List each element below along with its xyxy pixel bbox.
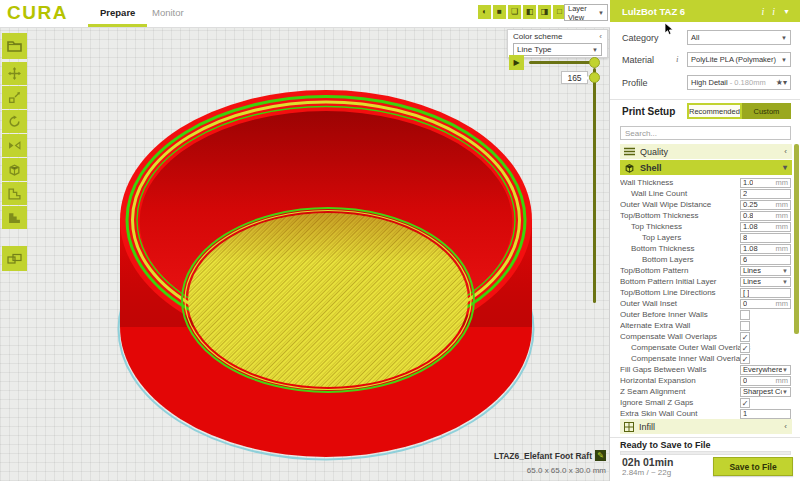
setting-checkbox[interactable]: ✓	[740, 343, 750, 353]
setting-label: Top/Bottom Line Directions	[620, 288, 716, 297]
tab-prepare[interactable]: Prepare	[100, 7, 135, 18]
setting-checkbox[interactable]: ✓	[740, 398, 750, 408]
path-slider[interactable]	[529, 61, 595, 64]
setting-input[interactable]: 0mm	[740, 299, 791, 309]
machine-info-icon[interactable]: i	[762, 6, 765, 17]
layer-slider[interactable]	[593, 68, 596, 303]
setting-label: Outer Wall Wipe Distance	[620, 200, 711, 209]
setting-input[interactable]: 1.08mm	[740, 222, 791, 232]
setting-input[interactable]: 1	[740, 409, 791, 419]
profile-label: Profile	[622, 78, 648, 88]
setting-label: Top Thickness	[620, 222, 682, 231]
quality-icon	[624, 147, 635, 156]
support-step-button[interactable]	[2, 182, 27, 205]
material-info-icon[interactable]: i	[676, 54, 679, 64]
setting-input[interactable]: 6	[740, 255, 791, 265]
setting-row: Top/Bottom Line Directions[ ]	[620, 287, 792, 298]
setting-row: Top/Bottom PatternLines▼	[620, 265, 792, 276]
view-mode-dropdown[interactable]: Layer View ▼	[564, 4, 608, 21]
setting-input[interactable]: 1.0mm	[740, 178, 791, 188]
recommended-button[interactable]: Recommended	[687, 103, 742, 119]
setting-input[interactable]: 8	[740, 233, 791, 243]
category-infill[interactable]: Infill ‹	[620, 419, 792, 434]
setting-unit: mm	[776, 211, 791, 220]
rotate-tool-button[interactable]	[2, 110, 27, 133]
top-bar: CURA Prepare Monitor ◐■❏◧◨□ Layer View ▼	[0, 0, 610, 28]
shell-icon	[624, 163, 635, 173]
selection-tool-button[interactable]	[2, 246, 27, 271]
setting-row: Outer Wall Wipe Distance0.25mm	[620, 199, 792, 210]
setting-label: Compensate Outer Wall Overlaps	[620, 343, 750, 352]
quality-label: Quality	[640, 147, 668, 157]
setting-unit: mm	[776, 244, 791, 253]
setting-label: Alternate Extra Wall	[620, 321, 690, 330]
move-icon	[8, 67, 21, 80]
progress-bar	[620, 451, 791, 455]
shell-label: Shell	[640, 163, 662, 173]
move-tool-button[interactable]	[2, 62, 27, 85]
view-3d-icon[interactable]: ◐	[478, 5, 491, 19]
chevron-down-icon: ▼	[783, 8, 790, 15]
category-shell[interactable]: Shell ▾	[620, 160, 792, 175]
color-scheme-dropdown[interactable]: Line Type ▼	[513, 43, 602, 56]
mirror-tool-button[interactable]	[2, 134, 27, 157]
status-ready: Ready to Save to File	[620, 440, 711, 450]
setting-label: Fill Gaps Between Walls	[620, 365, 706, 374]
setting-input[interactable]: 1.08mm	[740, 244, 791, 254]
setting-input[interactable]: [ ]	[740, 288, 791, 298]
setting-input-value: 0.25	[741, 200, 758, 209]
path-slider-handle[interactable]	[589, 57, 600, 68]
search-input[interactable]	[620, 126, 791, 140]
edit-icon[interactable]: ✎	[595, 450, 606, 461]
scrollbar[interactable]	[794, 144, 799, 334]
setting-checkbox[interactable]	[740, 321, 750, 331]
setting-dropdown[interactable]: Lines▼	[740, 266, 791, 276]
setting-input-value: 1.08	[741, 222, 758, 231]
setting-checkbox[interactable]	[740, 310, 750, 320]
category-quality[interactable]: Quality ‹	[620, 144, 792, 159]
tab-monitor[interactable]: Monitor	[152, 7, 184, 18]
expanded-arrow-icon: ▾	[783, 163, 787, 172]
open-file-button[interactable]	[2, 33, 27, 59]
play-button[interactable]: ▶	[509, 55, 524, 70]
setting-input-value: 8	[741, 233, 747, 242]
setting-input[interactable]: 0.8mm	[740, 211, 791, 221]
chevron-down-icon: ▼	[782, 268, 790, 274]
machine-header[interactable]: LulzBot TAZ 6 i i ▼	[610, 0, 800, 22]
setting-input[interactable]: 2	[740, 189, 791, 199]
setting-select-value: Lines	[741, 266, 761, 275]
cura-logo: CURA	[7, 2, 68, 24]
setting-input[interactable]: 0mm	[740, 376, 791, 386]
collapse-arrow-icon[interactable]: ‹	[599, 32, 602, 41]
setting-row: Z Seam AlignmentSharpest Corner▼	[620, 386, 792, 397]
setting-label: Horizontal Expansion	[620, 376, 696, 385]
view-solid-icon[interactable]: ■	[493, 5, 506, 19]
scale-tool-button[interactable]	[2, 86, 27, 109]
support-step-alt-button[interactable]	[2, 206, 27, 229]
per-model-settings-button[interactable]	[2, 158, 27, 181]
machine-info-icon-2[interactable]: i	[772, 6, 775, 17]
view-right-icon[interactable]: ◨	[538, 5, 551, 19]
save-to-file-button[interactable]: Save to File	[713, 457, 793, 476]
setting-checkbox[interactable]: ✓	[740, 332, 750, 342]
setting-input-value: 1	[741, 409, 747, 418]
setting-unit: mm	[776, 178, 791, 187]
setting-dropdown[interactable]: Lines▼	[740, 277, 791, 287]
print-setup-label: Print Setup	[622, 106, 675, 117]
model-3d-bowl[interactable]	[108, 80, 548, 465]
category-dropdown[interactable]: All ▼	[687, 30, 791, 45]
setting-dropdown[interactable]: Everywhere▼	[740, 365, 791, 375]
setting-label: Bottom Pattern Initial Layer	[620, 277, 717, 286]
setting-row: Top Layers8	[620, 232, 792, 243]
view-left-icon[interactable]: ◧	[523, 5, 536, 19]
category-value: All	[691, 33, 699, 42]
setting-input[interactable]: 0.25mm	[740, 200, 791, 210]
profile-dropdown[interactable]: High Detail - 0.180mm ★▾	[687, 75, 791, 90]
setting-dropdown[interactable]: Sharpest Corner▼	[740, 387, 791, 397]
viewport[interactable]: Color scheme ‹ Line Type ▼ ▶ 165 LTAZ6_E…	[0, 28, 610, 481]
setting-checkbox[interactable]: ✓	[740, 354, 750, 364]
chevron-down-icon: ▼	[782, 367, 790, 373]
material-dropdown[interactable]: PolyLite PLA (Polymaker) ▼	[687, 52, 791, 67]
custom-button[interactable]: Custom	[742, 103, 791, 119]
view-wireframe-icon[interactable]: ❏	[508, 5, 521, 19]
